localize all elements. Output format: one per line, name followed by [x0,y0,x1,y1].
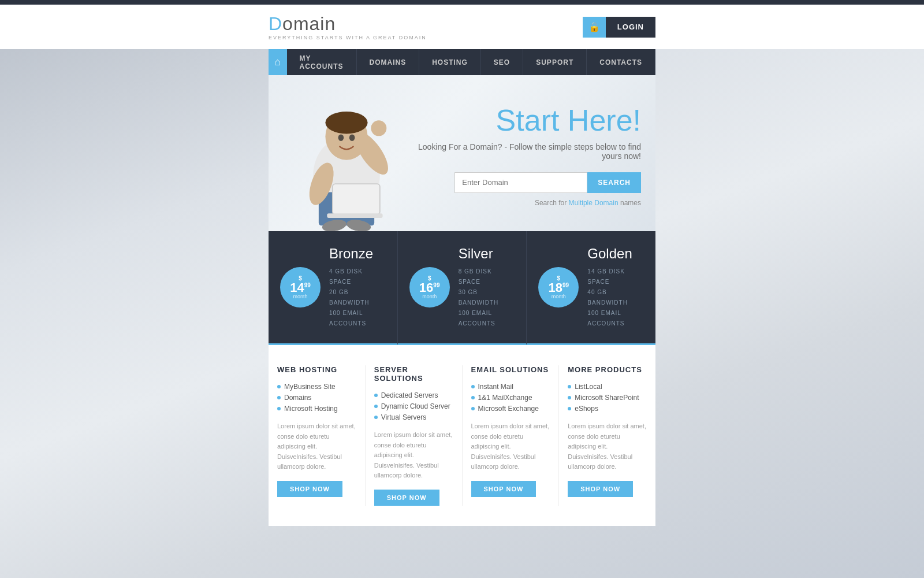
logo-first-letter: D [269,13,282,34]
silver-feature-2: 30 GB Bandwidth [459,287,515,308]
golden-info: Golden 14 GB Disk Space 40 GB Bandwidth … [587,246,644,329]
logo-subtitle: Everything Starts With a Great Domain [269,35,427,40]
bronze-feature-1: 4 GB Disk Space [329,266,386,287]
golden-price-circle: $ 1899 month [538,267,579,307]
feature-email-solutions: EMAIL SOLUTIONS Instant Mail 1&1 MailXch… [463,365,560,506]
search-button[interactable]: SEARCH [587,172,641,193]
server-solutions-title: SERVER SOLUTIONS [374,365,453,383]
hero-content: Start Here! Looking For a Domain? - Foll… [407,86,655,221]
hero-person-image [280,75,413,231]
email-shop-button[interactable]: SHOP NOW [471,481,536,497]
lock-icon[interactable]: 🔒 [583,17,606,38]
bronze-info: Bronze 4 GB Disk Space 20 GB Bandwidth 1… [329,246,386,329]
svg-rect-4 [333,184,380,214]
bullet-icon [568,385,571,388]
svg-point-10 [371,120,386,136]
web-hosting-shop-button[interactable]: SHOP NOW [277,481,342,497]
server-desc: Lorem ipsum dolor sit amet, conse dolo e… [374,430,453,481]
more-desc: Lorem ipsum dolor sit amet, conse dolo e… [568,421,647,472]
features-section: WEB HOSTING MyBusiness Site Domains Micr… [269,345,655,526]
feature-web-hosting: WEB HOSTING MyBusiness Site Domains Micr… [269,365,366,506]
web-hosting-desc: Lorem ipsum dolor sit amet, conse dolo e… [277,421,356,472]
nav-item-seo[interactable]: SEO [481,49,523,75]
bullet-icon [374,405,378,408]
hero-title: Start Here! [407,103,641,138]
bullet-icon [471,396,475,399]
svg-point-9 [349,134,355,141]
email-solutions-title: EMAIL SOLUTIONS [471,365,550,374]
nav-item-domains[interactable]: DOMAINS [357,49,420,75]
more-item-2: Microsoft SharePoint [568,394,647,402]
server-item-2: Dynamic Cloud Server [374,402,453,410]
nav-home-button[interactable]: ⌂ [269,49,287,75]
feature-server-solutions: SERVER SOLUTIONS Dedicated Servers Dynam… [366,365,463,506]
bronze-price-circle: $ 1499 month [280,267,321,307]
bullet-icon [374,416,378,419]
bullet-icon [471,407,475,410]
hero-subtitle: Looking For a Domain? - Follow the simpl… [407,142,641,161]
golden-feature-2: 40 GB Bandwidth [587,287,644,308]
nav-bar: ⌂ MY ACCOUNTS DOMAINS HOSTING SEO SUPPOR… [269,49,655,75]
top-bar [0,0,924,5]
silver-plan-name: Silver [459,246,515,262]
email-item-3: Microsoft Exchange [471,405,550,413]
hero-section: Start Here! Looking For a Domain? - Foll… [269,75,655,231]
search-bar: SEARCH [407,172,641,193]
server-item-3: Virtual Servers [374,413,453,421]
feature-more-products: MORE PRODUCTS ListLocal Microsoft ShareP… [559,365,655,506]
web-hosting-item-2: Domains [277,394,356,402]
login-button[interactable]: LOGIN [606,17,655,38]
email-item-1: Instant Mail [471,383,550,391]
nav-item-contacts[interactable]: CONTACTS [587,49,655,75]
bronze-feature-3: 100 Email Accounts [329,308,386,329]
bronze-plan-name: Bronze [329,246,386,262]
golden-feature-1: 14 GB Disk Space [587,266,644,287]
svg-rect-5 [327,213,382,218]
bullet-icon [471,385,475,388]
pricing-section: $ 1499 month Bronze 4 GB Disk Space 20 G… [269,231,655,345]
bullet-icon [374,394,378,397]
golden-feature-3: 100 Email Accounts [587,308,644,329]
multiple-domain-link-area: Search for Multiple Domain names [407,199,641,207]
email-desc: Lorem ipsum dolor sit amet, conse dolo e… [471,421,550,472]
more-shop-button[interactable]: SHOP NOW [568,481,633,497]
svg-point-7 [325,112,367,134]
svg-point-8 [338,134,344,141]
silver-price-circle: $ 1699 month [409,267,450,307]
pricing-card-golden: $ 1899 month Golden 14 GB Disk Space 40 … [527,231,655,345]
login-area: 🔒 LOGIN [583,17,655,38]
email-item-2: 1&1 MailXchange [471,394,550,402]
bullet-icon [277,396,281,399]
golden-plan-name: Golden [587,246,644,262]
more-products-title: MORE PRODUCTS [568,365,647,374]
silver-feature-1: 8 GB Disk Space [459,266,515,287]
silver-feature-3: 100 Email Accounts [459,308,515,329]
server-shop-button[interactable]: SHOP NOW [374,490,439,506]
bullet-icon [277,385,281,388]
pricing-card-bronze: $ 1499 month Bronze 4 GB Disk Space 20 G… [269,231,398,345]
nav-item-my-accounts[interactable]: MY ACCOUNTS [287,49,357,75]
nav-item-hosting[interactable]: HOSTING [419,49,481,75]
bullet-icon [568,407,571,410]
more-item-1: ListLocal [568,383,647,391]
web-hosting-item-1: MyBusiness Site [277,383,356,391]
domain-search-input[interactable] [454,172,587,193]
nav-item-support[interactable]: SUPPORT [523,49,587,75]
header: Domain Everything Starts With a Great Do… [0,5,924,49]
bullet-icon [568,396,571,399]
logo: Domain Everything Starts With a Great Do… [269,13,427,40]
logo-title: Domain [269,13,427,35]
pricing-card-silver: $ 1699 month Silver 8 GB Disk Space 30 G… [398,231,527,345]
bullet-icon [277,407,281,410]
more-item-3: eShops [568,405,647,413]
server-item-1: Dedicated Servers [374,391,453,399]
bronze-feature-2: 20 GB Bandwidth [329,287,386,308]
web-hosting-item-3: Microsoft Hosting [277,405,356,413]
multiple-domain-link[interactable]: Multiple Domain [569,199,619,207]
web-hosting-title: WEB HOSTING [277,365,356,374]
silver-info: Silver 8 GB Disk Space 30 GB Bandwidth 1… [459,246,515,329]
